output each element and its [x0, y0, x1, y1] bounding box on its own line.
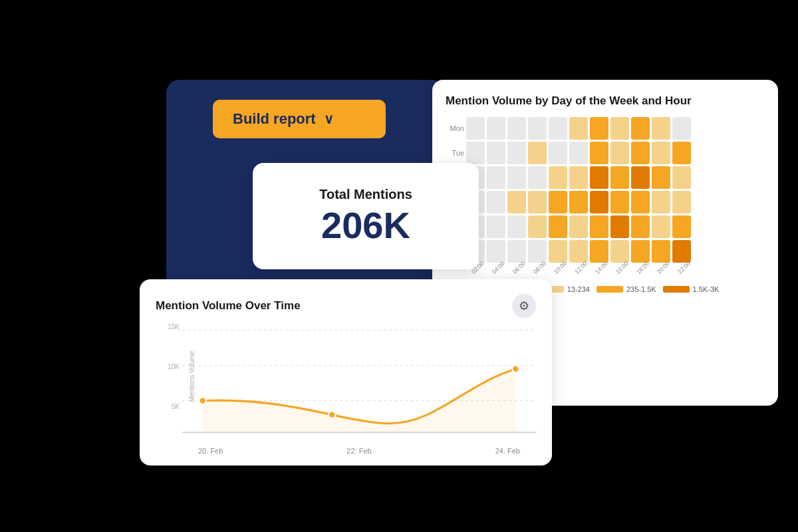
legend-item-4: 1.5K-3K — [663, 285, 720, 293]
y-label-5k: 5K — [172, 403, 180, 410]
legend-range-4: 1.5K-3K — [693, 285, 720, 293]
day-label-mon: Mon — [446, 124, 464, 132]
total-mentions-label: Total Mentions — [319, 187, 412, 202]
total-mentions-value: 206K — [321, 205, 410, 246]
legend-color-3 — [597, 286, 623, 293]
svg-point-5 — [329, 411, 335, 418]
heatmap-title: Mention Volume by Day of the Week and Ho… — [446, 94, 765, 108]
day-label-tue: Tue — [446, 149, 464, 157]
line-chart-svg-wrapper: 20. Feb 22. Feb 24. Feb — [182, 323, 536, 443]
y-label-15k: 15K — [168, 323, 180, 331]
x-label-22feb: 22. Feb — [346, 447, 371, 455]
legend-color-4 — [663, 286, 690, 293]
line-chart-card: Mention Volume Over Time ⚙ 15K 10K 5K Me… — [140, 279, 552, 466]
heatmap-row-tue: Tue — [446, 142, 765, 164]
heatmap-row-wed: Wed — [446, 166, 765, 189]
heatmap-grid: Mon Tue — [446, 117, 765, 263]
heatmap-row-fri: Fri — [446, 215, 765, 238]
x-label-24feb: 24. Feb — [495, 447, 520, 455]
svg-point-6 — [512, 366, 519, 373]
heatmap-row-mon: Mon — [446, 117, 765, 140]
build-report-label: Build report — [233, 110, 316, 128]
legend-range-2: 13-234 — [567, 285, 590, 293]
legend-item-3: 235-1.5K — [597, 285, 656, 293]
x-label-20feb: 20. Feb — [198, 447, 223, 455]
build-report-button[interactable]: Build report ∨ — [213, 100, 386, 138]
line-chart-title: Mention Volume Over Time — [156, 299, 301, 313]
svg-point-4 — [200, 397, 206, 404]
heatmap-row-thu: Thu — [446, 191, 765, 213]
gear-icon: ⚙ — [519, 299, 529, 313]
chevron-down-icon: ∨ — [324, 111, 334, 127]
total-mentions-card: Total Mentions 206K — [253, 163, 479, 269]
line-chart-area: 15K 10K 5K Mentions Volume — [156, 323, 536, 456]
settings-button[interactable]: ⚙ — [512, 294, 536, 318]
legend-range-3: 235-1.5K — [626, 285, 656, 293]
y-label-10k: 10K — [168, 363, 180, 370]
hour-labels: 02:00 04:00 06:00 08:00 10:00 12:00 14:0… — [466, 265, 765, 272]
